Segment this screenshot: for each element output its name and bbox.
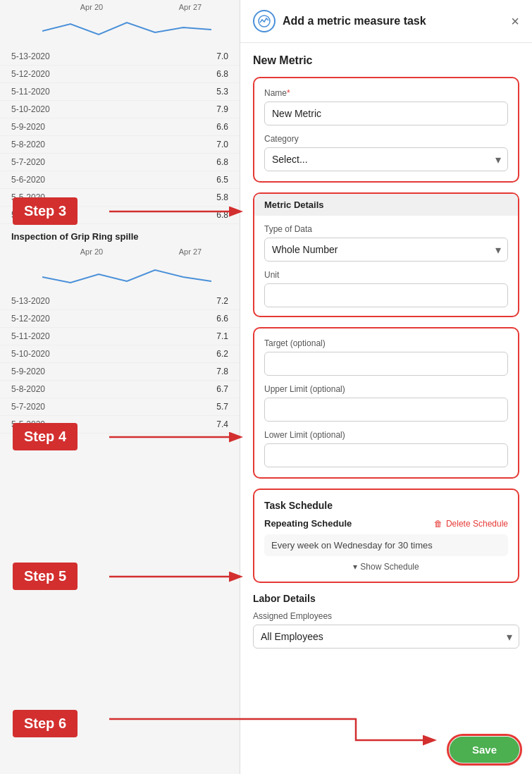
table-row: 5-12-20206.8 (0, 66, 240, 83)
type-select[interactable]: Whole Number Decimal Percentage (264, 238, 508, 262)
labor-section: Labor Details Assigned Employees All Emp… (253, 593, 519, 649)
data-table-2: 5-13-20207.2 5-12-20206.6 5-11-20207.1 5… (0, 293, 240, 434)
close-button[interactable]: × (511, 14, 519, 28)
table-row: 5-8-20206.7 (0, 381, 240, 398)
modal-panel: Add a metric measure task × New Metric N… (240, 0, 532, 774)
target-group: Target (optional) (264, 338, 508, 376)
assigned-employees-select-wrapper: All Employees Team A Team B ▾ (253, 625, 519, 649)
table-row: 5-11-20207.1 (0, 328, 240, 345)
lower-limit-label: Lower Limit (optional) (264, 430, 508, 440)
repeating-label: Repeating Schedule (264, 518, 352, 529)
unit-input[interactable] (264, 283, 508, 307)
name-input[interactable] (264, 102, 508, 125)
step4-badge: Step 4 (13, 423, 78, 450)
repeating-schedule-row: Repeating Schedule 🗑 Delete Schedule (264, 518, 508, 529)
category-select[interactable]: Select... Category A Category B (264, 147, 508, 171)
type-label: Type of Data (264, 224, 508, 234)
step6-badge: Step 6 (13, 710, 78, 737)
table-row: 5-9-20207.8 (0, 363, 240, 381)
target-input[interactable] (264, 352, 508, 376)
show-schedule-button[interactable]: ▾ Show Schedule (264, 562, 508, 572)
name-group: Name* (264, 88, 508, 125)
name-label: Name* (264, 88, 508, 98)
table-row: 5-7-20206.8 (0, 154, 240, 171)
table-row: 5-13-20207.2 (0, 293, 240, 310)
schedule-description: Every week on Wednesday for 30 times (264, 534, 508, 556)
assigned-employees-label: Assigned Employees (253, 611, 519, 621)
save-button-wrapper: Save (450, 737, 519, 763)
chevron-down-icon: ▾ (353, 562, 357, 572)
category-group: Category Select... Category A Category B… (264, 134, 508, 171)
step4-arrow (109, 430, 250, 444)
category-label: Category (264, 134, 508, 144)
table-row: 5-9-20206.6 (0, 118, 240, 136)
chart2-x-labels: Apr 20 Apr 27 (0, 245, 240, 259)
unit-label: Unit (264, 270, 508, 280)
step5-badge: Step 5 (13, 563, 78, 590)
upper-limit-group: Upper Limit (optional) (264, 384, 508, 422)
delete-schedule-label: Delete Schedule (446, 519, 508, 529)
modal-body: New Metric Name* Category Select... Cate… (240, 43, 532, 728)
step6-arrow (109, 715, 447, 747)
modal-header: Add a metric measure task × (240, 0, 532, 43)
metric-details-box: Metric Details Type of Data Whole Number… (253, 192, 519, 317)
save-button[interactable]: Save (450, 737, 519, 763)
assigned-employees-select[interactable]: All Employees Team A Team B (253, 625, 519, 649)
assigned-employees-group: Assigned Employees All Employees Team A … (253, 611, 519, 649)
unit-group: Unit (264, 270, 508, 307)
name-category-box: Name* Category Select... Category A Cate… (253, 77, 519, 183)
table-row: 5-8-20207.0 (0, 136, 240, 154)
background-panel: Apr 20 Apr 27 5-13-20207.0 5-12-20206.8 … (0, 0, 240, 774)
type-group: Type of Data Whole Number Decimal Percen… (264, 224, 508, 262)
lower-limit-group: Lower Limit (optional) (264, 430, 508, 467)
upper-limit-label: Upper Limit (optional) (264, 384, 508, 394)
modal-header-left: Add a metric measure task (253, 10, 426, 32)
limits-box: Target (optional) Upper Limit (optional)… (253, 327, 519, 479)
table-row: 5-7-20205.7 (0, 398, 240, 416)
chart1-x-labels: Apr 20 Apr 27 (0, 0, 240, 14)
labor-title: Labor Details (253, 593, 519, 604)
table-row: 5-11-20205.3 (0, 83, 240, 101)
table-row: 5-6-20206.5 (0, 171, 240, 189)
metric-icon (253, 10, 276, 32)
mini-chart-1 (42, 17, 240, 45)
category-select-wrapper: Select... Category A Category B ▾ (264, 147, 508, 171)
delete-schedule-button[interactable]: 🗑 Delete Schedule (434, 519, 508, 529)
table-row: 5-10-20206.2 (0, 345, 240, 363)
metric-details-inner: Type of Data Whole Number Decimal Percen… (254, 216, 518, 316)
target-label: Target (optional) (264, 338, 508, 348)
table-row: 5-10-20207.9 (0, 101, 240, 118)
task-schedule-box: Task Schedule Repeating Schedule 🗑 Delet… (253, 489, 519, 583)
metric-details-header: Metric Details (254, 194, 518, 216)
upper-limit-input[interactable] (264, 398, 508, 422)
step5-arrow (109, 570, 250, 584)
show-schedule-label: Show Schedule (360, 562, 419, 572)
task-schedule-title: Task Schedule (264, 500, 508, 511)
table-row: 5-13-20207.0 (0, 48, 240, 66)
mini-chart-2 (42, 262, 240, 290)
lower-limit-input[interactable] (264, 443, 508, 467)
trash-icon: 🗑 (434, 519, 443, 529)
section2-title: Inspection of Grip Ring spille (0, 224, 240, 245)
step3-badge: Step 3 (13, 197, 78, 225)
modal-title: Add a metric measure task (283, 15, 426, 27)
form-section-title: New Metric (253, 54, 519, 67)
table-row: 5-12-20206.6 (0, 310, 240, 328)
step3-arrow (109, 204, 250, 219)
type-select-wrapper: Whole Number Decimal Percentage ▾ (264, 238, 508, 262)
